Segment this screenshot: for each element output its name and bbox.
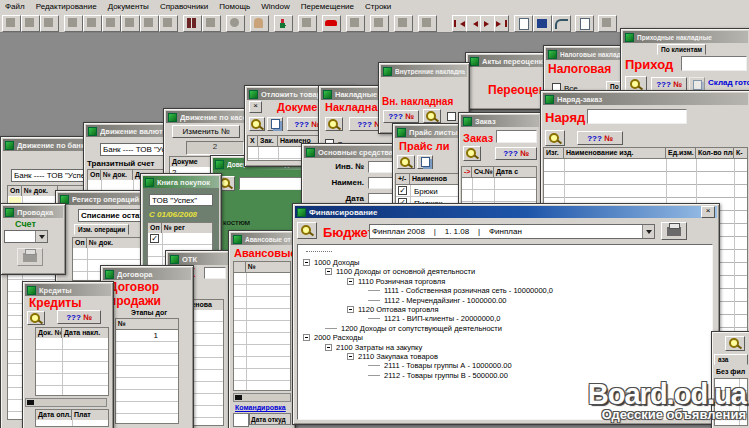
tab-operations[interactable]: Изм. операции: [74, 224, 129, 235]
menu-directories[interactable]: Справочники: [160, 2, 208, 11]
toolbar-button-5[interactable]: [83, 15, 102, 32]
nav-first-button[interactable]: [452, 15, 467, 32]
question-number-button[interactable]: ??? №: [57, 310, 101, 324]
toolbar-button-1[interactable]: [2, 15, 21, 32]
nav-last-button[interactable]: [494, 15, 509, 32]
otk-input[interactable]: [204, 267, 226, 279]
titlebar[interactable]: Кредиты: [25, 284, 111, 296]
window-button[interactable]: [598, 15, 617, 32]
print-button[interactable]: [661, 222, 687, 240]
exit-button[interactable]: [575, 15, 594, 32]
search-button[interactable]: [249, 117, 265, 131]
toolbar-button-16[interactable]: [418, 15, 437, 32]
toolbar-button-7[interactable]: [121, 15, 140, 32]
toolbar-button-14[interactable]: [370, 15, 389, 32]
collapse-icon[interactable]: [347, 353, 354, 360]
search-button[interactable]: [725, 336, 745, 351]
titlebar[interactable]: Наряд-заказ: [543, 93, 748, 105]
collapse-icon[interactable]: [325, 268, 332, 275]
payments-body[interactable]: [35, 420, 109, 427]
menu-movements[interactable]: Перемещение: [301, 2, 354, 11]
collapse-icon[interactable]: [325, 344, 332, 351]
tree-leaf[interactable]: 1121 - ВИП-клиенты - 20000000,0: [298, 313, 712, 323]
order-input[interactable]: [587, 109, 687, 124]
collapse-icon[interactable]: [347, 278, 354, 285]
table-body[interactable]: [233, 273, 291, 391]
undo-button[interactable]: [552, 15, 571, 32]
toolbar-button-9[interactable]: [159, 15, 178, 32]
finplan-combo[interactable]: Финплан 2008 | 1. 1.08 | Финплан: [369, 224, 655, 239]
tree-leaf[interactable]: 2111 - Товары группы А - 1000000.00: [298, 360, 712, 370]
search-button[interactable]: [397, 155, 415, 169]
horizontal-scrollbar[interactable]: [25, 398, 107, 407]
search-button[interactable]: [27, 311, 45, 325]
question-number-button[interactable]: ??? №: [577, 131, 623, 145]
toolbar-button-flower[interactable]: [274, 15, 293, 32]
menu-file[interactable]: Файл: [5, 2, 25, 11]
tree-leaf[interactable]: 1111 - Собственная розничная сеть - 1000…: [298, 285, 712, 295]
collapse-icon[interactable]: [303, 259, 310, 266]
account-combo[interactable]: [4, 230, 48, 243]
toolbar-button-2[interactable]: [21, 15, 40, 32]
toolbar-button-4[interactable]: [64, 15, 83, 32]
search-button[interactable]: [297, 222, 317, 239]
toolbar-button-6[interactable]: [102, 15, 121, 32]
row-checkbox-checked[interactable]: ✓: [150, 234, 159, 243]
question-number-button[interactable]: ??? №: [495, 147, 537, 160]
new-document-button[interactable]: [514, 15, 533, 32]
menu-rows[interactable]: Строки: [365, 2, 391, 11]
tree-node[interactable]: 1100 Доходы от основной деятельности: [298, 266, 712, 276]
titlebar[interactable]: Авансовые отч: [231, 233, 293, 245]
titlebar[interactable]: Внутренние накладные: [381, 65, 467, 77]
search-button[interactable]: [463, 146, 481, 161]
menu-edit[interactable]: Редактирование: [36, 2, 97, 11]
titlebar[interactable]: Книга покупок: [143, 176, 219, 188]
print-button-disabled[interactable]: [17, 248, 43, 266]
filter-checkbox[interactable]: [447, 112, 456, 121]
copy-button[interactable]: [417, 155, 433, 169]
toolbar-button-12[interactable]: [298, 15, 317, 32]
toolbar-button-10[interactable]: [202, 15, 221, 32]
titlebar[interactable]: Заказ: [461, 115, 539, 127]
search-button[interactable]: [423, 109, 441, 123]
table-body[interactable]: [35, 338, 109, 396]
save-button[interactable]: [533, 15, 552, 32]
tab-by-clients[interactable]: По клиентам: [657, 44, 706, 55]
toolbar-button-3[interactable]: [40, 15, 59, 32]
firm-combo[interactable]: ТОВ "Успех": [149, 194, 213, 206]
question-number-button[interactable]: ??? №: [383, 110, 419, 123]
titlebar[interactable]: Движение по кассе: [166, 111, 256, 123]
horizontal-scrollbar[interactable]: [233, 393, 291, 402]
collapse-icon[interactable]: [303, 334, 310, 341]
collapse-icon[interactable]: [347, 306, 354, 313]
delete-button[interactable]: [249, 101, 262, 113]
toolbar-button-hand[interactable]: [250, 15, 269, 32]
tree-node[interactable]: 2000 Расходы: [298, 332, 712, 342]
nav-prev-button[interactable]: [466, 15, 481, 32]
titlebar[interactable]: Проводка: [3, 206, 63, 218]
toolbar-button-13[interactable]: [346, 15, 365, 32]
toolbar-button-car[interactable]: [322, 15, 341, 32]
order-input[interactable]: [496, 130, 537, 143]
menu-documents[interactable]: Документы: [108, 2, 149, 11]
titlebar[interactable]: Приходные накладные: [623, 31, 748, 43]
menu-window[interactable]: Window: [261, 2, 289, 11]
tab-order-fragment[interactable]: аза: [714, 354, 748, 365]
search-button[interactable]: [325, 117, 343, 131]
search-button[interactable]: [545, 130, 565, 146]
toolbar-button-book[interactable]: [183, 15, 202, 32]
titlebar[interactable]: Договора: [103, 268, 191, 280]
nav-next-button[interactable]: [480, 15, 495, 32]
client-input[interactable]: возвр: [681, 56, 747, 71]
copy-button[interactable]: [267, 117, 283, 131]
toolbar-button-11[interactable]: [226, 15, 245, 32]
toolbar-button-15[interactable]: [394, 15, 413, 32]
titlebar[interactable]: ОТК: [168, 253, 228, 265]
toolbar-button-8[interactable]: [140, 15, 159, 32]
table-body[interactable]: 1: [115, 330, 179, 424]
business-trip-link[interactable]: Командировка: [235, 404, 286, 411]
row-checkbox-checked[interactable]: ✓: [398, 186, 407, 195]
close-button[interactable]: [701, 206, 715, 218]
warehouse-link[interactable]: Склад гото: [708, 78, 749, 87]
menu-help[interactable]: Помощь: [219, 2, 250, 11]
